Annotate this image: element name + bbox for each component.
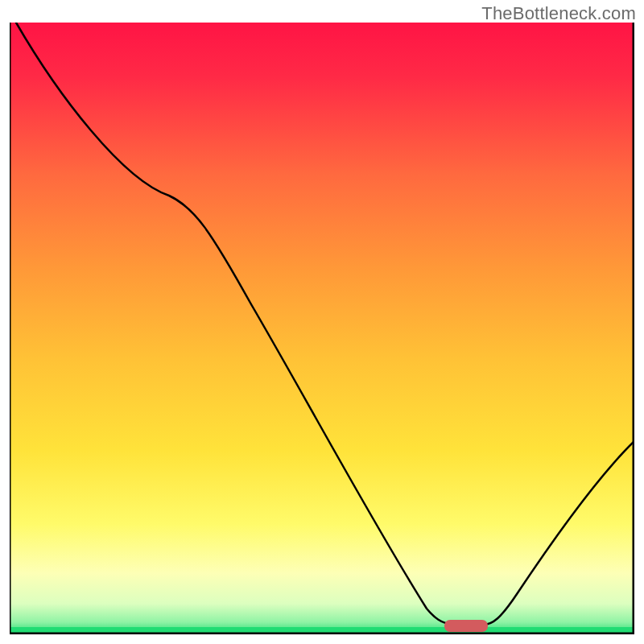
chart-canvas: TheBottleneck.com — [0, 0, 644, 644]
watermark-text: TheBottleneck.com — [481, 3, 636, 24]
chart-svg — [10, 23, 634, 634]
baseline-strip — [10, 627, 634, 633]
gradient-background — [10, 23, 634, 634]
optimal-marker — [444, 620, 488, 632]
plot-area — [10, 23, 634, 634]
